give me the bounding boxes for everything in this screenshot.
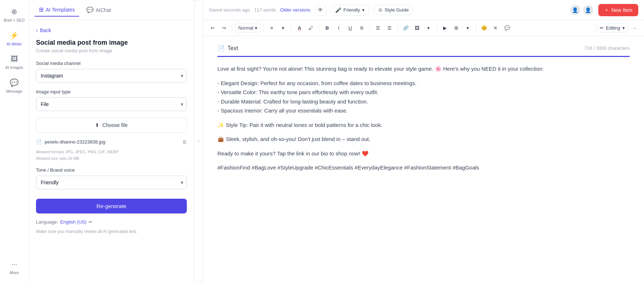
align-chevron-button[interactable]: ▾: [278, 23, 288, 33]
back-label: Back: [40, 27, 51, 33]
image-input-select-wrapper: File URL ▾: [36, 97, 187, 111]
sidebar-item-ai-writer[interactable]: ⚡ AI Writer: [2, 28, 27, 49]
regenerate-label: Re-generate: [96, 203, 126, 209]
choose-file-label: Choose file: [102, 122, 127, 128]
social-channel-select[interactable]: Instagram Facebook Twitter LinkedIn: [36, 69, 187, 83]
toolbar-divider-2: [264, 25, 264, 32]
regenerate-button[interactable]: Re-generate: [36, 199, 187, 213]
edit-language-icon[interactable]: ✏: [89, 219, 93, 225]
panel-sidebar: ⊞ AI Templates 💬 AIChat ‹ Back Social me…: [29, 0, 194, 282]
language-link[interactable]: English (US): [60, 219, 86, 225]
table-button[interactable]: ⊞: [451, 23, 461, 33]
paragraph-style-chevron-icon: ▾: [255, 25, 257, 31]
sidebar-item-message[interactable]: 💬 Message: [2, 75, 27, 96]
text-color-button[interactable]: A: [294, 23, 305, 33]
tab-aichat[interactable]: 💬 AIChat: [82, 4, 116, 16]
feature-3: - Durable Material: Crafted for long-las…: [217, 98, 368, 105]
avatar-user1: 👤: [569, 4, 581, 16]
back-chevron-icon: ‹: [36, 27, 38, 33]
more-options-button[interactable]: ···: [630, 23, 640, 33]
sidebar-item-ai-images[interactable]: 🖼 AI Images: [2, 52, 27, 72]
feature-2: - Versatile Color: This earthy tone pair…: [217, 89, 378, 95]
content-features: - Elegant Design: Perfect for any occasi…: [217, 79, 630, 115]
pencil-icon: ✏: [600, 25, 604, 31]
bold-button[interactable]: B: [322, 23, 332, 33]
redo-button[interactable]: ↪: [219, 23, 229, 33]
image-input-label: Image input type: [36, 89, 187, 94]
delete-file-button[interactable]: 🗑: [182, 139, 187, 145]
tab-aichat-label: AIChat: [96, 7, 111, 13]
tab-ai-templates-label: AI Templates: [46, 7, 75, 13]
text-section-label: 📄 Text: [217, 45, 238, 52]
content-line1: Love at first sight? You're not alone! T…: [217, 64, 630, 74]
toolbar-divider-7: [437, 25, 437, 32]
tab-ai-templates[interactable]: ⊞ AI Templates: [35, 3, 79, 17]
saved-status: Saved seconds ago: [209, 7, 250, 13]
message-icon: 💬: [10, 78, 19, 87]
allowed-size: Allowed size upto 20 MB: [36, 155, 187, 162]
paragraph-style-select[interactable]: Normal ▾: [235, 23, 261, 32]
text-label-text: Text: [228, 45, 238, 52]
clear-format-button[interactable]: ✕: [491, 23, 501, 33]
social-channel-field: Social media channel Instagram Facebook …: [36, 61, 187, 83]
underline-button[interactable]: U: [345, 23, 355, 33]
content-cta2: Ready to make it yours? Tap the link in …: [217, 149, 630, 158]
comment-button[interactable]: 💬: [502, 23, 512, 33]
editor-content: 📄 Text 716 / 3000 characters Love at fir…: [203, 36, 644, 282]
emoji-button[interactable]: 😊: [479, 23, 489, 33]
language-row: Language: English (US) ✏: [36, 219, 187, 225]
eye-icon: 👁: [318, 7, 323, 13]
editing-mode-label: ✏ Editing ▾: [596, 23, 628, 32]
image-chevron-button[interactable]: ▾: [424, 23, 434, 33]
link-button[interactable]: 🔗: [401, 23, 411, 33]
plus-icon: ＋: [604, 7, 609, 13]
sidebar-item-brief-seo[interactable]: ⊕ Brief + SEO: [2, 4, 27, 25]
editing-chevron-icon[interactable]: ▾: [622, 25, 625, 31]
image-input-select[interactable]: File URL: [36, 97, 187, 111]
file-icon: 📄: [36, 139, 42, 145]
voice-selector[interactable]: 🎤 Friendly ▾: [330, 5, 369, 16]
style-guide-button[interactable]: ⊙ Style Guide: [374, 5, 413, 15]
bullets-button[interactable]: ☰: [373, 23, 383, 33]
aichat-tab-icon: 💬: [86, 6, 94, 13]
tone-select[interactable]: Friendly Professional Casual Formal: [36, 176, 187, 189]
older-versions-link[interactable]: Older versions: [280, 7, 310, 13]
disclaimer: Make sure you manually review all AI gen…: [36, 228, 187, 235]
voice-chevron-icon: ▾: [362, 7, 365, 13]
new-item-button[interactable]: ＋ New Item: [598, 4, 638, 16]
sidebar-label-message: Message: [6, 89, 22, 93]
align-button[interactable]: ≡: [267, 23, 277, 33]
panel-content: ‹ Back Social media post from image Crea…: [29, 20, 194, 282]
content-hashtags: #FashionFind #BagLove #StyleUpgrade #Chi…: [217, 163, 630, 172]
tone-label: Tone / Brand voice: [36, 167, 187, 173]
collapse-panel-button[interactable]: ‹: [194, 0, 203, 282]
highlight-button[interactable]: 🖊: [306, 23, 316, 33]
numbered-button[interactable]: ☰: [384, 23, 395, 33]
table-chevron-button[interactable]: ▾: [463, 23, 473, 33]
avatar-user2: 👤: [582, 4, 594, 16]
ai-images-icon: 🖼: [11, 55, 18, 63]
sidebar-label-more: More: [10, 270, 19, 275]
toolbar-divider-8: [476, 25, 476, 32]
narrow-sidebar: ⊕ Brief + SEO ⚡ AI Writer 🖼 AI Images 💬 …: [0, 0, 29, 282]
preview-button[interactable]: 👁: [315, 4, 326, 16]
brief-seo-icon: ⊕: [11, 7, 17, 16]
feature-1: - Elegant Design: Perfect for any occasi…: [217, 80, 416, 86]
image-button[interactable]: 🖼: [412, 23, 422, 33]
tone-field: Tone / Brand voice Friendly Professional…: [36, 167, 187, 189]
play-button[interactable]: ▶: [440, 23, 450, 33]
italic-button[interactable]: I: [334, 23, 344, 33]
sidebar-item-more[interactable]: ··· More: [2, 257, 27, 278]
social-channel-select-wrapper: Instagram Facebook Twitter LinkedIn ▾: [36, 69, 187, 83]
image-input-field: Image input type File URL ▾: [36, 89, 187, 111]
undo-button[interactable]: ↩: [207, 23, 217, 33]
top-bar: Saved seconds ago 117 words Older versio…: [203, 0, 644, 20]
choose-file-button[interactable]: ⬆ Choose file: [36, 118, 187, 133]
new-item-label: New Item: [611, 7, 632, 13]
strikethrough-button[interactable]: S: [357, 23, 367, 33]
char-count: 716 / 3000 characters: [584, 45, 630, 51]
editor-body[interactable]: Love at first sight? You're not alone! T…: [217, 64, 630, 172]
back-button[interactable]: ‹ Back: [36, 27, 187, 33]
voice-label: Friendly: [343, 7, 360, 13]
editor-main: Saved seconds ago 117 words Older versio…: [203, 0, 644, 282]
